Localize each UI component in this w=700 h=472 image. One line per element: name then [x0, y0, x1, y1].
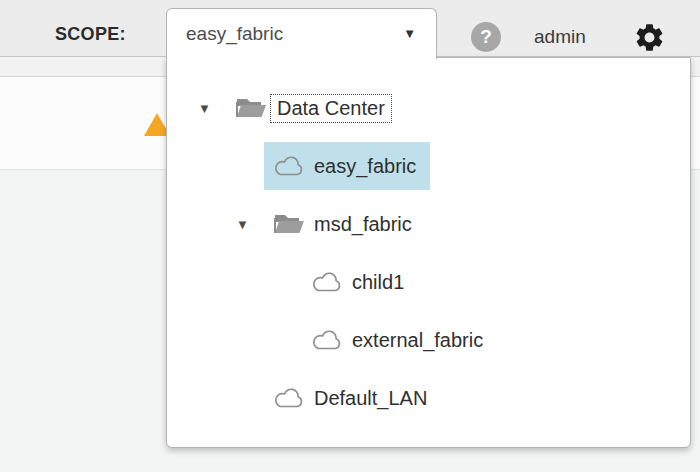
tree-item-label: external_fabric: [352, 329, 483, 352]
settings-gear-icon[interactable]: [633, 21, 666, 54]
tree-item-label: child1: [352, 271, 404, 294]
tree-item-content: external_fabric: [302, 316, 497, 364]
cloud-icon: [311, 329, 345, 351]
help-icon[interactable]: ?: [471, 22, 501, 52]
scope-dropdown-value: easy_fabric: [186, 9, 283, 59]
cloud-icon: [311, 271, 345, 293]
tree-item-default-lan[interactable]: Default_LAN: [198, 374, 682, 422]
tree-item-content: easy_fabric: [264, 142, 430, 190]
scope-dropdown-panel: ▼Data Centereasy_fabric▼msd_fabricchild1…: [166, 57, 691, 448]
expand-caret-icon[interactable]: ▼: [198, 101, 226, 116]
tree-item-label: easy_fabric: [314, 155, 416, 178]
tree-item-msd-fabric[interactable]: ▼msd_fabric: [198, 200, 682, 248]
user-menu[interactable]: admin: [534, 26, 586, 48]
scope-fabric-dropdown[interactable]: easy_fabric ▼: [166, 8, 437, 59]
tree-item-easy-fabric[interactable]: easy_fabric: [198, 142, 682, 190]
expand-caret-icon[interactable]: ▼: [236, 217, 264, 232]
tree-item-content: child1: [302, 258, 418, 306]
scope-label: SCOPE:: [55, 24, 126, 45]
tree-item-content: Data Center: [226, 84, 406, 132]
tree-item-label: Data Center: [270, 94, 392, 123]
dropdown-caret-icon[interactable]: ▼: [403, 9, 416, 59]
cloud-icon: [273, 155, 307, 177]
cloud-icon: [273, 387, 307, 409]
tree-item-data-center[interactable]: ▼Data Center: [198, 84, 682, 132]
tree-item-external-fabric[interactable]: external_fabric: [198, 316, 682, 364]
tree-item-child1[interactable]: child1: [198, 258, 682, 306]
folder-open-icon: [235, 96, 269, 120]
tree-item-label: msd_fabric: [314, 213, 412, 236]
tree-item-label: Default_LAN: [314, 387, 427, 410]
tree-item-content: Default_LAN: [264, 374, 441, 422]
tree-item-content: msd_fabric: [264, 200, 426, 248]
fabric-tree: ▼Data Centereasy_fabric▼msd_fabricchild1…: [198, 84, 682, 432]
folder-open-icon: [273, 212, 307, 236]
